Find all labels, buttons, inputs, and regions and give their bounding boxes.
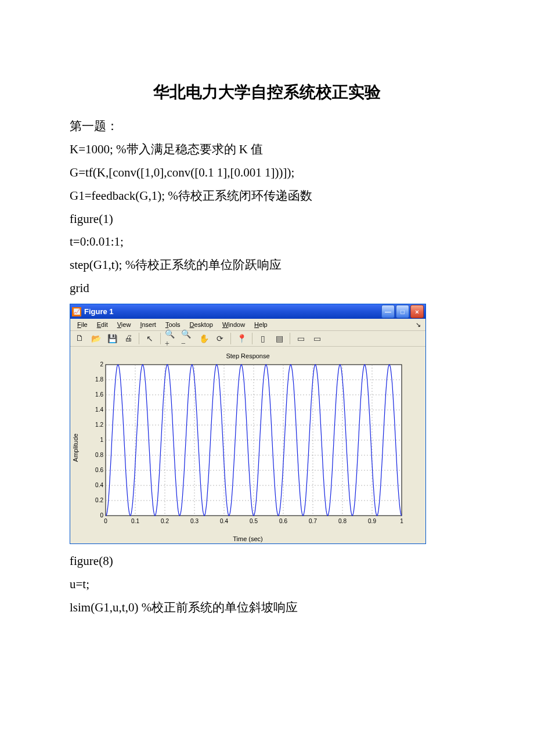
svg-text:1.6: 1.6 xyxy=(95,391,103,398)
menu-edit[interactable]: Edit xyxy=(92,321,113,328)
code-line: grid xyxy=(70,277,464,300)
svg-text:0.9: 0.9 xyxy=(368,518,376,524)
hide-tools-icon[interactable]: ▭ xyxy=(294,332,308,345)
svg-text:0.6: 0.6 xyxy=(95,467,103,473)
code-line: lsim(G1,u,t,0) %校正前系统的单位斜坡响应 xyxy=(70,596,464,620)
window-titlebar[interactable]: 📈 Figure 1 — □ × xyxy=(70,304,425,319)
svg-text:0: 0 xyxy=(100,512,103,519)
insert-legend-icon[interactable]: ▤ xyxy=(272,332,286,345)
code-line: G=tf(K,[conv([1,0],conv([0.1 1],[0.001 1… xyxy=(70,161,464,185)
svg-text:0.8: 0.8 xyxy=(338,518,347,524)
toolbar: 🗋 📂 💾 🖨 ↖ 🔍+ 🔍− ✋ ⟳ 📍 ▯ ▤ ▭ ▭ xyxy=(70,331,425,347)
svg-text:1: 1 xyxy=(400,518,403,524)
svg-text:1.2: 1.2 xyxy=(95,422,103,428)
open-icon[interactable]: 📂 xyxy=(89,332,103,345)
code-line: figure(1) xyxy=(70,208,464,231)
svg-text:0: 0 xyxy=(104,518,107,524)
menu-help[interactable]: Help xyxy=(250,321,272,328)
matlab-icon: 📈 xyxy=(72,307,81,316)
svg-text:0.2: 0.2 xyxy=(161,518,169,524)
svg-text:0.4: 0.4 xyxy=(220,518,228,524)
menu-tools[interactable]: Tools xyxy=(161,321,185,328)
svg-text:0.1: 0.1 xyxy=(131,518,139,524)
code-line: K=1000; %带入满足稳态要求的 K 值 xyxy=(70,138,464,161)
code-line: step(G1,t); %待校正系统的单位阶跃响应 xyxy=(70,254,464,277)
code-line: G1=feedback(G,1); %待校正系统闭环传递函数 xyxy=(70,185,464,208)
y-axis-label: Amplitude xyxy=(72,433,79,462)
rotate-icon[interactable]: ⟳ xyxy=(213,332,227,345)
zoom-out-icon[interactable]: 🔍− xyxy=(181,332,194,345)
pointer-icon[interactable]: ↖ xyxy=(143,332,157,345)
pan-icon[interactable]: ✋ xyxy=(197,332,211,345)
maximize-button[interactable]: □ xyxy=(396,305,409,318)
insert-colorbar-icon[interactable]: ▯ xyxy=(256,332,270,345)
svg-text:0.5: 0.5 xyxy=(250,518,258,524)
svg-text:1.8: 1.8 xyxy=(95,376,103,383)
page-title: 华北电力大学自控系统校正实验 xyxy=(70,81,464,103)
zoom-in-icon[interactable]: 🔍+ xyxy=(164,332,178,345)
menubar: File Edit View Insert Tools Desktop Wind… xyxy=(70,319,425,331)
close-button[interactable]: × xyxy=(410,305,424,318)
svg-text:0.8: 0.8 xyxy=(95,452,103,458)
dock-icon[interactable]: ↘ xyxy=(413,321,423,329)
plot-area: www.bdocx.com Step Response Amplitude xyxy=(70,347,425,543)
menu-insert[interactable]: Insert xyxy=(135,321,161,328)
svg-text:0.7: 0.7 xyxy=(309,518,317,524)
svg-text:1.4: 1.4 xyxy=(95,406,103,413)
data-cursor-icon[interactable]: 📍 xyxy=(234,332,248,345)
save-icon[interactable]: 💾 xyxy=(105,332,119,345)
figure-window: 📈 Figure 1 — □ × File Edit View Insert T… xyxy=(70,304,426,544)
menu-view[interactable]: View xyxy=(113,321,136,328)
show-tools-icon[interactable]: ▭ xyxy=(310,332,324,345)
chart-title: Step Response xyxy=(77,352,418,359)
svg-text:0.6: 0.6 xyxy=(279,518,287,524)
window-title: Figure 1 xyxy=(84,307,114,316)
code-line: t=0:0.01:1; xyxy=(70,231,464,254)
print-icon[interactable]: 🖨 xyxy=(121,332,135,345)
code-line: u=t; xyxy=(70,573,464,596)
code-line: figure(8) xyxy=(70,550,464,573)
new-figure-icon[interactable]: 🗋 xyxy=(73,332,86,345)
code-line: 第一题： xyxy=(70,115,464,138)
svg-text:0.3: 0.3 xyxy=(190,518,199,524)
svg-text:0.4: 0.4 xyxy=(95,482,103,488)
chart-svg: 0 0.1 0.2 0.3 0.4 0.5 0.6 0.7 0.8 0.9 1 xyxy=(82,362,413,533)
x-axis-label: Time (sec) xyxy=(82,535,413,542)
svg-text:1: 1 xyxy=(100,437,103,443)
menu-file[interactable]: File xyxy=(73,321,92,328)
svg-text:0.2: 0.2 xyxy=(95,497,103,503)
minimize-button[interactable]: — xyxy=(381,305,395,318)
svg-text:2: 2 xyxy=(100,362,103,368)
menu-window[interactable]: Window xyxy=(218,321,250,328)
menu-desktop[interactable]: Desktop xyxy=(185,321,218,328)
